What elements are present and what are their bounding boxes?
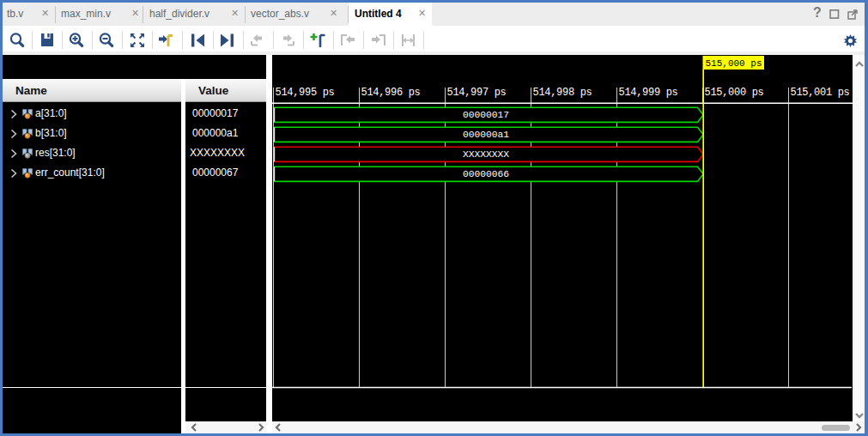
svg-text:514,998 ps: 514,998 ps	[532, 87, 592, 99]
svg-text:515,001 ps: 515,001 ps	[790, 87, 849, 99]
svg-text:00000066: 00000066	[462, 169, 508, 179]
svg-text:XXXXXXXX: XXXXXXXX	[462, 149, 508, 160]
svg-text:515,000 ps: 515,000 ps	[704, 87, 763, 99]
svg-text:00000017: 00000017	[462, 110, 508, 120]
svg-text:515,000 ps: 515,000 ps	[705, 58, 762, 69]
svg-text:514,999 ps: 514,999 ps	[618, 87, 677, 99]
svg-text:514,995 ps: 514,995 ps	[275, 87, 334, 99]
svg-text:514,996 ps: 514,996 ps	[361, 87, 420, 99]
svg-text:514,997 ps: 514,997 ps	[446, 87, 506, 99]
svg-text:000000a1: 000000a1	[462, 130, 508, 140]
